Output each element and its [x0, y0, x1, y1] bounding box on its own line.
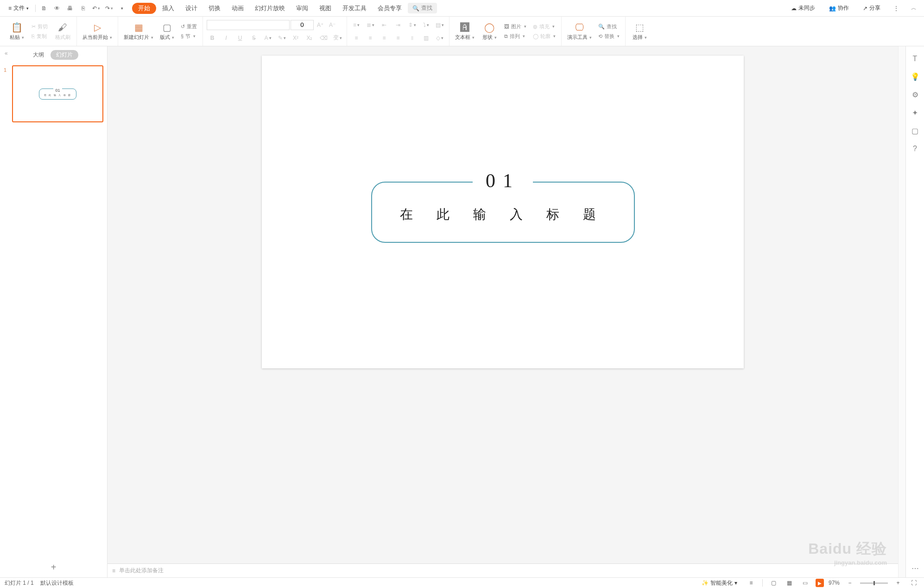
collapse-ribbon-icon[interactable]: ︿	[908, 3, 919, 14]
zoom-slider[interactable]	[860, 582, 888, 584]
sorter-view-icon[interactable]: ▦	[784, 577, 795, 588]
search-input[interactable]: 🔍 查找	[408, 3, 437, 13]
zoom-in-icon[interactable]: +	[892, 577, 904, 588]
tab-insert[interactable]: 插入	[157, 2, 179, 14]
shape-button[interactable]: ◯形状	[479, 21, 500, 42]
tab-view[interactable]: 视图	[314, 2, 336, 14]
redo-icon[interactable]: ↷	[103, 3, 114, 14]
file-menu[interactable]: ≡ 文件 ▾	[5, 3, 32, 13]
tab-review[interactable]: 审阅	[291, 2, 313, 14]
reset-button[interactable]: ↺ 重置	[179, 22, 199, 31]
text-tool-icon[interactable]: T	[913, 55, 918, 63]
section-button[interactable]: § 节	[179, 32, 199, 41]
copy-button[interactable]: ⎘ 复制	[30, 32, 50, 41]
fit-window-icon[interactable]: ⛶	[908, 577, 919, 588]
tab-devtools[interactable]: 开发工具	[337, 2, 372, 14]
new-slide-button[interactable]: ▦新建幻灯片	[122, 21, 155, 42]
tab-animation[interactable]: 动画	[227, 2, 249, 14]
outline-button[interactable]: ◯ 轮廓	[531, 32, 557, 41]
numbering-icon[interactable]: ≣	[365, 19, 376, 31]
italic-icon[interactable]: I	[221, 32, 232, 44]
print-preview-icon[interactable]: 👁	[51, 3, 63, 14]
reading-view-icon[interactable]: ▭	[800, 577, 811, 588]
replace-button[interactable]: ⟲ 替换	[596, 32, 621, 41]
vertical-scrollbar[interactable]	[898, 46, 905, 577]
tools-button[interactable]: 🖵演示工具	[565, 21, 594, 42]
paste-button[interactable]: 📋粘贴	[6, 21, 27, 42]
print-icon[interactable]: 🖶	[64, 3, 76, 14]
sparkle-icon[interactable]: ✦	[912, 108, 918, 117]
bullets-icon[interactable]: ≡	[351, 19, 362, 31]
decrease-font-icon[interactable]: A⁻	[327, 19, 338, 31]
layout-button[interactable]: ▢版式	[158, 21, 176, 42]
highlight-icon[interactable]: ✎	[276, 32, 287, 44]
notes-pane[interactable]: ≡ 单击此处添加备注	[108, 563, 898, 577]
columns-icon[interactable]: ▥	[420, 32, 431, 44]
unsync-button[interactable]: ☁ 未同步	[787, 3, 819, 13]
arrange-button[interactable]: ⧉ 排列	[502, 32, 528, 41]
align-text-icon[interactable]: ▤	[434, 19, 445, 31]
bold-icon[interactable]: B	[207, 32, 218, 44]
qat-more-icon[interactable]: ▾	[116, 3, 127, 14]
distribute-icon[interactable]: ⫴	[406, 32, 418, 44]
canvas-area[interactable]: 01 在 此 输 入 标 题	[108, 46, 898, 563]
increase-font-icon[interactable]: A⁺	[315, 19, 326, 31]
align-left-icon[interactable]: ≡	[351, 32, 362, 44]
idea-icon[interactable]: 💡	[911, 72, 920, 81]
undo-icon[interactable]: ↶	[90, 3, 101, 14]
tab-design[interactable]: 设计	[180, 2, 203, 14]
notes-toggle-icon[interactable]: ≡	[746, 577, 757, 588]
subscript-icon[interactable]: X₂	[304, 32, 315, 44]
format-painter-button[interactable]: 🖌格式刷	[52, 21, 73, 42]
align-right-icon[interactable]: ≡	[379, 32, 390, 44]
screen-icon[interactable]: ▢	[911, 126, 918, 135]
smartart-icon[interactable]: ◇	[434, 32, 445, 44]
slideshow-icon[interactable]: ▶	[816, 579, 824, 587]
picture-button[interactable]: 🖼 图片	[502, 22, 528, 31]
help-icon[interactable]: ?	[913, 145, 917, 153]
beautify-button[interactable]: ✨ 智能美化 ▾	[698, 578, 741, 588]
add-slide-button[interactable]: +	[0, 557, 107, 577]
align-center-icon[interactable]: ≡	[365, 32, 376, 44]
share-button[interactable]: ↗ 分享	[859, 3, 884, 13]
collapse-panel-icon[interactable]: «	[5, 50, 8, 57]
settings-icon[interactable]: ⚙	[912, 90, 918, 99]
from-current-button[interactable]: ▷从当前开始	[81, 21, 114, 42]
underline-icon[interactable]: U	[234, 32, 246, 44]
font-color-icon[interactable]: A	[262, 32, 273, 44]
normal-view-icon[interactable]: ▢	[768, 577, 779, 588]
text-direction-icon[interactable]: ⤵	[420, 19, 431, 31]
more-icon[interactable]: ⋮	[891, 3, 902, 14]
top-toolbar: ≡ 文件 ▾ 🗎 👁 🖶 ⎘ ↶ ↷ ▾ 开始 插入 设计 切换 动画 幻灯片放…	[0, 0, 924, 17]
text-effects-icon[interactable]: 变	[332, 32, 343, 44]
superscript-icon[interactable]: X²	[290, 32, 301, 44]
decrease-indent-icon[interactable]: ⇤	[379, 19, 390, 31]
textbox-button[interactable]: 🅰文本框	[453, 21, 476, 42]
zoom-value[interactable]: 97%	[829, 580, 840, 586]
find-button[interactable]: 🔍 查找	[596, 22, 621, 31]
slide-canvas[interactable]: 01 在 此 输 入 标 题	[262, 56, 744, 368]
tab-transition[interactable]: 切换	[203, 2, 226, 14]
select-button[interactable]: ⬚选择	[629, 21, 650, 42]
collab-button[interactable]: 👥 协作	[825, 3, 853, 13]
fill-button[interactable]: ◍ 填充	[531, 22, 557, 31]
zoom-out-icon[interactable]: −	[844, 577, 855, 588]
font-size-select[interactable]	[291, 20, 314, 30]
more-sidebar-icon[interactable]: ⋯	[911, 564, 919, 572]
cut-button[interactable]: ✂ 剪切	[30, 22, 50, 31]
clear-format-icon[interactable]: ⌫	[318, 32, 329, 44]
export-icon[interactable]: ⎘	[77, 3, 89, 14]
justify-icon[interactable]: ≡	[392, 32, 404, 44]
title-placeholder[interactable]: 01 在 此 输 入 标 题	[371, 182, 635, 243]
tab-slideshow[interactable]: 幻灯片放映	[250, 2, 290, 14]
panel-tab-slides[interactable]: 幻灯片	[51, 50, 78, 60]
line-spacing-icon[interactable]: ⇕	[406, 19, 418, 31]
tab-member[interactable]: 会员专享	[373, 2, 407, 14]
save-icon[interactable]: 🗎	[38, 3, 50, 14]
tab-start[interactable]: 开始	[132, 3, 156, 14]
strike-icon[interactable]: S̶	[248, 32, 259, 44]
font-family-select[interactable]	[207, 20, 290, 30]
increase-indent-icon[interactable]: ⇥	[392, 19, 404, 31]
slide-thumbnail[interactable]: 01 在 此 输 入 标 题	[12, 65, 103, 122]
panel-tab-outline[interactable]: 大纲	[29, 50, 48, 60]
